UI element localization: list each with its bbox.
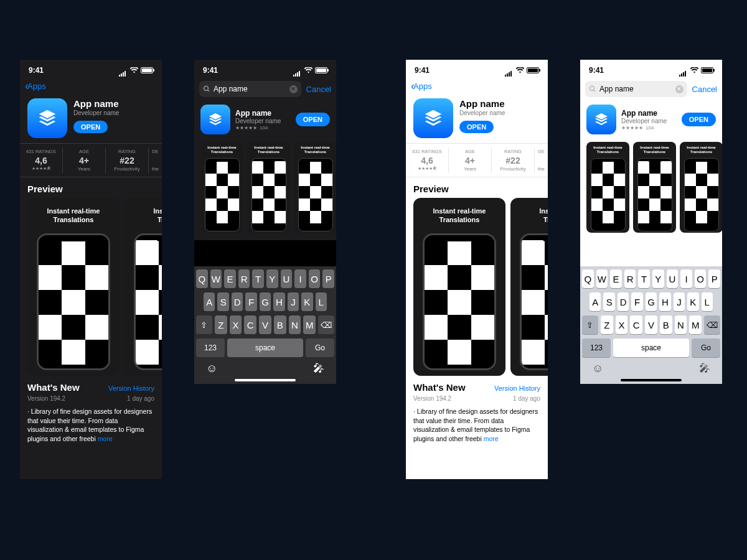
preview-card[interactable]: Instant real-time Translations xyxy=(586,142,629,233)
preview-card[interactable]: Instant rea Translat xyxy=(510,198,548,376)
version-history-link[interactable]: Version History xyxy=(494,385,540,392)
key-u[interactable]: U xyxy=(667,269,679,288)
key-go[interactable]: Go xyxy=(306,338,334,357)
preview-scroll[interactable]: Instant real-time Translations Instant r… xyxy=(406,198,548,376)
search-result[interactable]: App name Developer name ★★★★★ 104 OPEN xyxy=(580,100,722,139)
key-b[interactable]: B xyxy=(660,315,672,334)
preview-card[interactable]: Instant real-time Translations xyxy=(200,142,243,233)
key-shift[interactable]: ⇧ xyxy=(582,315,598,334)
key-k[interactable]: K xyxy=(301,292,312,311)
key-j[interactable]: J xyxy=(674,292,685,311)
key-h[interactable]: H xyxy=(659,292,670,311)
key-g[interactable]: G xyxy=(260,292,271,311)
key-a[interactable]: A xyxy=(204,292,215,311)
key-shift[interactable]: ⇧ xyxy=(196,315,212,334)
version-history-link[interactable]: Version History xyxy=(108,385,154,392)
key-v[interactable]: V xyxy=(259,315,271,334)
key-x[interactable]: X xyxy=(230,315,242,334)
open-button[interactable]: OPEN xyxy=(73,121,108,133)
emoji-icon[interactable]: ☺ xyxy=(206,362,217,375)
key-p[interactable]: P xyxy=(322,269,334,288)
key-d[interactable]: D xyxy=(618,292,629,311)
app-icon[interactable] xyxy=(413,98,453,138)
key-j[interactable]: J xyxy=(288,292,299,311)
home-indicator[interactable] xyxy=(621,379,682,381)
key-123[interactable]: 123 xyxy=(196,338,225,357)
key-r[interactable]: R xyxy=(238,269,250,288)
back-nav[interactable]: ‹ Apps xyxy=(406,78,548,93)
home-indicator[interactable] xyxy=(235,379,296,381)
preview-card[interactable]: Instant real-time Translations xyxy=(633,142,676,233)
search-field[interactable]: App name ✕ xyxy=(585,81,687,97)
preview-card[interactable]: Instant real-time Translations xyxy=(27,198,120,376)
key-f[interactable]: F xyxy=(631,292,642,311)
open-button[interactable]: OPEN xyxy=(682,113,716,126)
key-t[interactable]: T xyxy=(252,269,264,288)
key-go[interactable]: Go xyxy=(692,338,720,357)
developer-name[interactable]: Developer name xyxy=(459,110,540,116)
key-b[interactable]: B xyxy=(274,315,286,334)
key-k[interactable]: K xyxy=(687,292,698,311)
cancel-button[interactable]: Cancel xyxy=(306,85,331,94)
key-i[interactable]: I xyxy=(294,269,306,288)
preview-scroll[interactable]: Instant real-time Translations Instant r… xyxy=(20,198,162,376)
open-button[interactable]: OPEN xyxy=(296,113,330,126)
preview-card[interactable]: Instant real-time Translations xyxy=(294,142,336,233)
key-z[interactable]: Z xyxy=(215,315,227,334)
developer-name[interactable]: Developer name xyxy=(73,110,154,116)
app-icon[interactable] xyxy=(200,105,230,134)
keyboard[interactable]: QWERTYUIOP ASDFGHJKL ⇧ZXCVBNM⌫ 123 space… xyxy=(194,266,336,384)
key-g[interactable]: G xyxy=(646,292,657,311)
key-v[interactable]: V xyxy=(645,315,657,334)
key-a[interactable]: A xyxy=(590,292,601,311)
search-result[interactable]: App name Developer name ★★★★★ 104 OPEN xyxy=(194,100,336,139)
more-link[interactable]: more xyxy=(484,435,499,442)
mic-icon[interactable]: 🎤︎ xyxy=(313,362,324,375)
search-field[interactable]: App name ✕ xyxy=(199,81,301,97)
preview-card[interactable]: Instant real-time Translations xyxy=(680,142,722,233)
preview-card[interactable]: Instant real-time Translations xyxy=(247,142,290,233)
more-link[interactable]: more xyxy=(98,435,113,442)
key-c[interactable]: C xyxy=(244,315,256,334)
preview-card[interactable]: Instant real-time Translations xyxy=(413,198,505,376)
key-o[interactable]: O xyxy=(309,269,321,288)
key-space[interactable]: space xyxy=(227,338,303,357)
key-t[interactable]: T xyxy=(638,269,650,288)
open-button[interactable]: OPEN xyxy=(459,121,494,133)
key-l[interactable]: L xyxy=(702,292,713,311)
key-c[interactable]: C xyxy=(630,315,642,334)
key-q[interactable]: Q xyxy=(582,269,594,288)
key-m[interactable]: M xyxy=(689,315,702,334)
key-backspace[interactable]: ⌫ xyxy=(318,315,334,334)
key-w[interactable]: W xyxy=(210,269,222,288)
key-s[interactable]: S xyxy=(217,292,228,311)
app-icon[interactable] xyxy=(27,98,67,138)
key-s[interactable]: S xyxy=(603,292,614,311)
clear-icon[interactable]: ✕ xyxy=(289,85,298,93)
key-p[interactable]: P xyxy=(708,269,720,288)
key-y[interactable]: Y xyxy=(266,269,278,288)
key-u[interactable]: U xyxy=(281,269,293,288)
keyboard[interactable]: QWERTYUIOP ASDFGHJKL ⇧ZXCVBNM⌫ 123 space… xyxy=(580,266,722,384)
preview-scroll[interactable]: Instant real-time Translations Instant r… xyxy=(580,139,722,240)
key-n[interactable]: N xyxy=(675,315,687,334)
key-f[interactable]: F xyxy=(245,292,256,311)
key-h[interactable]: H xyxy=(273,292,284,311)
key-x[interactable]: X xyxy=(616,315,628,334)
key-backspace[interactable]: ⌫ xyxy=(704,315,720,334)
app-icon[interactable] xyxy=(586,105,616,134)
key-m[interactable]: M xyxy=(303,315,316,334)
key-d[interactable]: D xyxy=(232,292,243,311)
metrics-row[interactable]: 631 RATINGS 4,6 ★★★★⯪ AGE 4+ Years RATIN… xyxy=(20,143,162,177)
preview-scroll[interactable]: Instant real-time Translations Instant r… xyxy=(194,139,336,240)
emoji-icon[interactable]: ☺ xyxy=(592,362,603,375)
key-i[interactable]: I xyxy=(680,269,692,288)
key-y[interactable]: Y xyxy=(652,269,664,288)
key-q[interactable]: Q xyxy=(196,269,208,288)
mic-icon[interactable]: 🎤︎ xyxy=(699,362,710,375)
key-r[interactable]: R xyxy=(624,269,636,288)
back-nav[interactable]: ‹ Apps xyxy=(20,78,162,93)
key-e[interactable]: E xyxy=(224,269,236,288)
cancel-button[interactable]: Cancel xyxy=(692,85,717,94)
preview-card[interactable]: Instant rea Translat xyxy=(125,198,162,376)
